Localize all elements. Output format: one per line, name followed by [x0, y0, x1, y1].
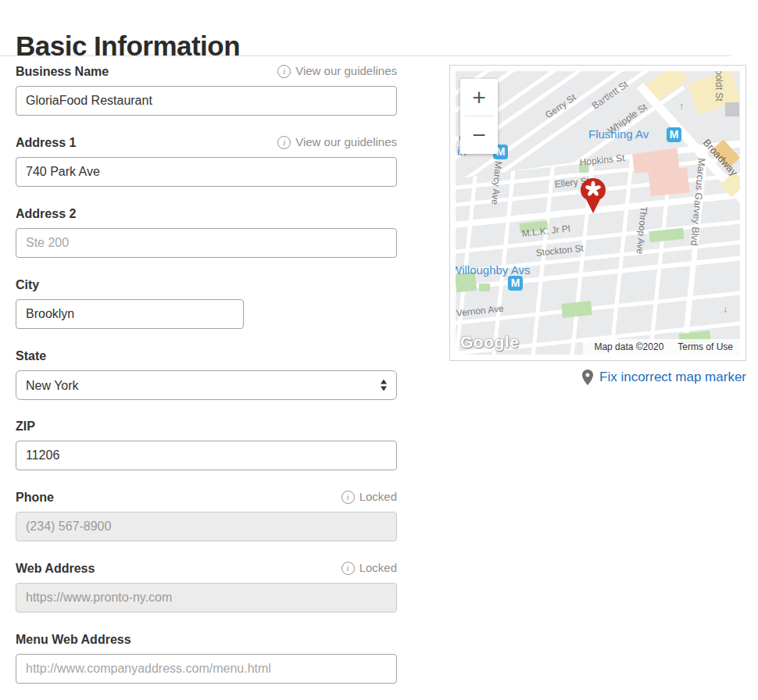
city-input[interactable]	[16, 299, 244, 329]
business-name-label: Business Name	[16, 65, 109, 79]
fix-map-marker-text: Fix incorrect map marker	[599, 370, 746, 385]
map-building-gray	[725, 102, 739, 116]
phone-locked-hint: iLocked	[341, 490, 397, 504]
guidelines-link-text: View our guidelines	[295, 135, 397, 149]
map-park	[479, 284, 490, 291]
web-address-locked-hint: iLocked	[341, 561, 397, 575]
map-park	[561, 301, 592, 318]
subway-m-icon: M	[508, 276, 523, 291]
phone-label: Phone	[16, 491, 54, 505]
map-label-flushing-av: Flushing Av	[588, 127, 649, 141]
map-zoom-control: + −	[460, 79, 498, 154]
locked-text: Locked	[359, 561, 397, 575]
address1-input[interactable]	[16, 157, 397, 187]
map-card: Gerry St Bartlett St Whipple St boldt St…	[449, 65, 746, 361]
basic-information-page: Basic Information Business Name iView ou…	[0, 0, 758, 700]
yelp-map-pin-icon[interactable]	[579, 177, 607, 215]
menu-web-address-input[interactable]	[16, 654, 397, 684]
business-name-input[interactable]	[16, 86, 397, 116]
state-select-wrap: New York	[16, 370, 397, 400]
map-label-throop-ave: Throop Ave	[635, 206, 649, 255]
map-label-willoughby-avs: Willoughby Avs	[456, 263, 530, 277]
city-label: City	[16, 278, 39, 292]
zoom-out-button[interactable]: −	[460, 116, 498, 153]
location-pin-icon	[582, 370, 593, 385]
info-icon: i	[277, 65, 291, 78]
zip-label: ZIP	[16, 420, 35, 434]
title-divider	[0, 55, 731, 56]
business-name-guidelines-link[interactable]: iView our guidelines	[277, 64, 397, 78]
fix-map-marker-link[interactable]: Fix incorrect map marker	[582, 370, 746, 385]
web-address-input	[16, 583, 397, 612]
address2-input[interactable]	[16, 228, 397, 258]
one-way-arrow-icon: ↓	[723, 304, 728, 315]
web-address-label: Web Address	[16, 562, 95, 576]
zoom-in-button[interactable]: +	[460, 79, 498, 116]
phone-input	[16, 512, 397, 541]
address2-label: Address 2	[16, 207, 76, 221]
google-logo: Google	[460, 333, 519, 352]
menu-web-address-label: Menu Web Address	[16, 633, 131, 647]
map-attribution: Map data ©2020 Terms of Use	[583, 339, 740, 355]
info-icon: i	[341, 491, 355, 504]
page-title: Basic Information	[16, 30, 240, 62]
address1-guidelines-link[interactable]: iView our guidelines	[277, 135, 397, 149]
guidelines-link-text: View our guidelines	[295, 64, 397, 78]
state-select[interactable]: New York	[16, 370, 397, 400]
address1-label: Address 1	[16, 136, 76, 150]
map-data-text: Map data ©2020	[594, 341, 663, 352]
locked-text: Locked	[359, 490, 397, 504]
one-way-arrow-icon: ↑	[679, 101, 684, 112]
info-icon: i	[277, 136, 291, 149]
zip-input[interactable]	[16, 441, 397, 470]
terms-of-use-link[interactable]: Terms of Use	[678, 341, 733, 352]
state-label: State	[16, 349, 46, 363]
info-icon: i	[341, 562, 355, 575]
subway-m-icon: M	[667, 127, 681, 142]
map-label-humboldt-st: boldt St	[713, 71, 724, 102]
map-district-pink	[648, 167, 689, 196]
google-map[interactable]: Gerry St Bartlett St Whipple St boldt St…	[456, 71, 740, 355]
